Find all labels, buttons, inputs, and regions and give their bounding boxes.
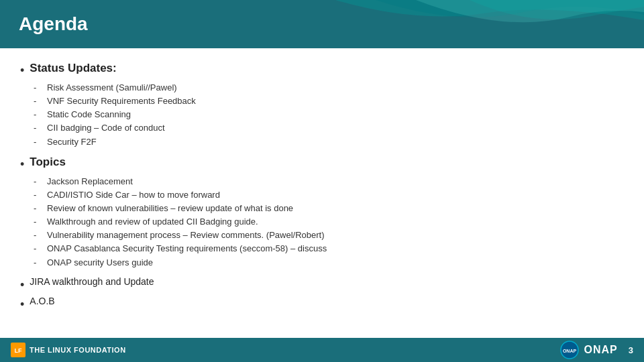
status-item-1: Risk Assessment (Samuli//Pawel): [47, 81, 624, 95]
dash-icon: -: [34, 202, 42, 215]
status-updates-bullet: • Status Updates:: [20, 62, 624, 80]
list-item: - CADI/ISTIO Side Car – how to move forw…: [34, 188, 624, 202]
svg-text:ONAP: ONAP: [562, 349, 576, 353]
dash-icon: -: [34, 215, 42, 229]
dash-icon: -: [34, 121, 42, 135]
svg-text:LF: LF: [15, 347, 22, 354]
list-item: - VNF Security Requirements Feedback: [34, 95, 624, 108]
status-item-3: Static Code Scanning: [47, 108, 624, 121]
jira-bullet: • JIRA walkthrough and Update: [20, 276, 624, 294]
onap-label: ONAP: [584, 344, 618, 356]
status-item-4: CII badging – Code of conduct: [47, 121, 624, 135]
dash-icon: -: [34, 242, 42, 255]
topic-item-3: Review of known vulnerabilities – review…: [47, 202, 624, 215]
dash-icon: -: [34, 256, 42, 269]
status-updates-list: - Risk Assessment (Samuli//Pawel) - VNF …: [34, 81, 624, 149]
topic-item-2: CADI/ISTIO Side Car – how to move forwar…: [47, 188, 624, 202]
list-item: - Jackson Replacement: [34, 175, 624, 188]
dash-icon: -: [34, 135, 42, 149]
list-item: - Review of known vulnerabilities – revi…: [34, 202, 624, 215]
topics-list: - Jackson Replacement - CADI/ISTIO Side …: [34, 175, 624, 269]
list-item: - Walkthrough and review of updated CII …: [34, 215, 624, 229]
topics-title: Topics: [30, 156, 66, 169]
status-item-2: VNF Security Requirements Feedback: [47, 95, 624, 108]
topic-item-7: ONAP security Users guide: [47, 256, 624, 269]
dash-icon: -: [34, 175, 42, 188]
header: Agenda: [0, 0, 644, 48]
status-updates-title: Status Updates:: [30, 62, 116, 75]
list-item: - ONAP security Users guide: [34, 256, 624, 269]
bullet-dot-status: •: [20, 62, 24, 80]
footer-right: ONAP ONAP 3: [559, 341, 633, 359]
list-item: - Risk Assessment (Samuli//Pawel): [34, 81, 624, 95]
list-item: - ONAP Casablanca Security Testing requi…: [34, 242, 624, 255]
aob-bullet: • A.O.B: [20, 296, 624, 314]
topics-bullet: • Topics: [20, 156, 624, 174]
main-content: • Status Updates: - Risk Assessment (Sam…: [0, 48, 644, 338]
status-updates-section: • Status Updates: - Risk Assessment (Sam…: [20, 62, 624, 149]
bullet-dot-jira: •: [20, 276, 24, 294]
list-item: - Static Code Scanning: [34, 108, 624, 121]
bullet-dot-aob: •: [20, 296, 24, 314]
footer-left: LF THE LINUX FOUNDATION: [11, 343, 126, 357]
dash-icon: -: [34, 95, 42, 108]
list-item: - Security F2F: [34, 135, 624, 149]
status-item-5: Security F2F: [47, 135, 624, 149]
dash-icon: -: [34, 188, 42, 202]
footer: LF THE LINUX FOUNDATION ONAP ONAP 3: [0, 338, 644, 362]
linux-logo-icon: LF: [11, 343, 25, 357]
page-title: Agenda: [19, 13, 88, 35]
list-item: - CII badging – Code of conduct: [34, 121, 624, 135]
jira-label: JIRA walkthrough and Update: [30, 276, 154, 287]
onap-logo-icon: ONAP: [559, 341, 580, 359]
list-item: - Vulnerability management process – Rev…: [34, 229, 624, 242]
topic-item-5: Vulnerability management process – Revie…: [47, 229, 624, 242]
linux-foundation-label: THE LINUX FOUNDATION: [30, 346, 126, 354]
dash-icon: -: [34, 229, 42, 242]
topic-item-4: Walkthrough and review of updated CII Ba…: [47, 215, 624, 229]
bullet-dot-topics: •: [20, 156, 24, 174]
page-number: 3: [629, 345, 633, 355]
dash-icon: -: [34, 108, 42, 121]
topics-section: • Topics - Jackson Replacement - CADI/IS…: [20, 156, 624, 269]
topic-item-1: Jackson Replacement: [47, 175, 624, 188]
dash-icon: -: [34, 81, 42, 95]
aob-label: A.O.B: [30, 296, 54, 306]
topic-item-6: ONAP Casablanca Security Testing require…: [47, 242, 624, 255]
